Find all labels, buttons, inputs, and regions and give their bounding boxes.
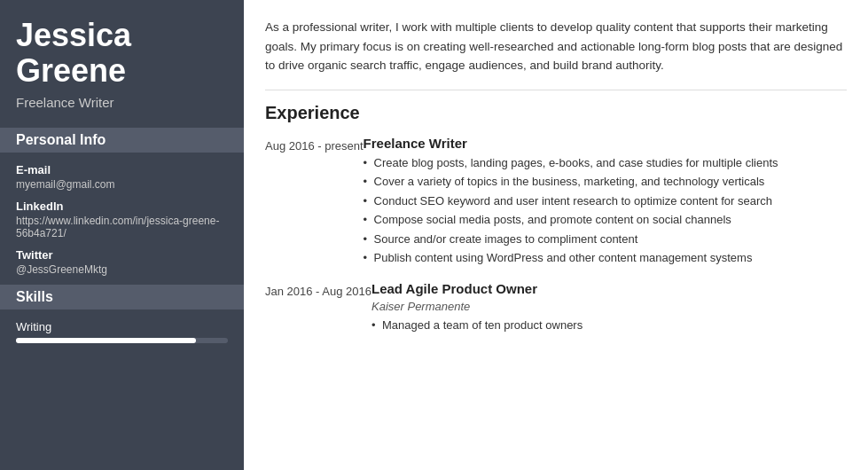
person-name: Jessica Greene [16, 18, 228, 88]
bullet-0-4: Source and/or create images to complimen… [364, 231, 847, 248]
bullet-0-2: Conduct SEO keyword and user intent rese… [364, 192, 847, 210]
skill-writing-name: Writing [16, 320, 228, 333]
job-0-dates: Aug 2016 - present [265, 136, 364, 269]
job-entry-1: Jan 2016 - Aug 2016 Lead Agile Product O… [265, 281, 847, 336]
bullet-0-0: Create blog posts, landing pages, e-book… [364, 154, 847, 172]
bullet-0-5: Publish content using WordPress and othe… [364, 249, 847, 267]
job-1-bullets: Managed a team of ten product owners [371, 317, 847, 334]
bullet-0-3: Compose social media posts, and promote … [364, 211, 847, 229]
job-entry-0: Aug 2016 - present Freelance Writer Crea… [265, 136, 847, 269]
email-value: myemail@gmail.com [16, 178, 228, 191]
linkedin-value: https://www.linkedin.com/in/jessica-gree… [16, 215, 228, 239]
bullet-1-0: Managed a team of ten product owners [371, 317, 847, 334]
email-label: E-mail [16, 163, 228, 176]
job-1-dates: Jan 2016 - Aug 2016 [265, 281, 371, 336]
personal-info-heading: Personal Info [0, 128, 244, 153]
job-1-title: Lead Agile Product Owner [371, 281, 847, 296]
skill-writing-fill [16, 338, 196, 343]
job-0-title: Freelance Writer [364, 136, 847, 151]
person-title: Freelance Writer [16, 95, 228, 110]
twitter-value: @JessGreeneMktg [16, 263, 228, 276]
job-0-details: Freelance Writer Create blog posts, land… [364, 136, 847, 269]
summary-text: As a professional writer, I work with mu… [265, 18, 847, 75]
job-1-company: Kaiser Permanente [371, 300, 847, 313]
divider [265, 90, 847, 90]
job-0-bullets: Create blog posts, landing pages, e-book… [364, 154, 847, 267]
skill-writing-track [16, 338, 228, 343]
twitter-label: Twitter [16, 248, 228, 262]
sidebar: Jessica Greene Freelance Writer Personal… [0, 0, 244, 470]
main-content: As a professional writer, I work with mu… [244, 0, 868, 470]
bullet-0-1: Cover a variety of topics in the busines… [364, 173, 847, 191]
skills-heading: Skills [0, 285, 244, 309]
linkedin-label: LinkedIn [16, 200, 228, 213]
skills-list: Writing [16, 320, 228, 343]
job-1-details: Lead Agile Product Owner Kaiser Permanen… [371, 281, 847, 336]
experience-heading: Experience [265, 103, 847, 123]
personal-info-fields: E-mail myemail@gmail.com LinkedIn https:… [16, 163, 228, 276]
